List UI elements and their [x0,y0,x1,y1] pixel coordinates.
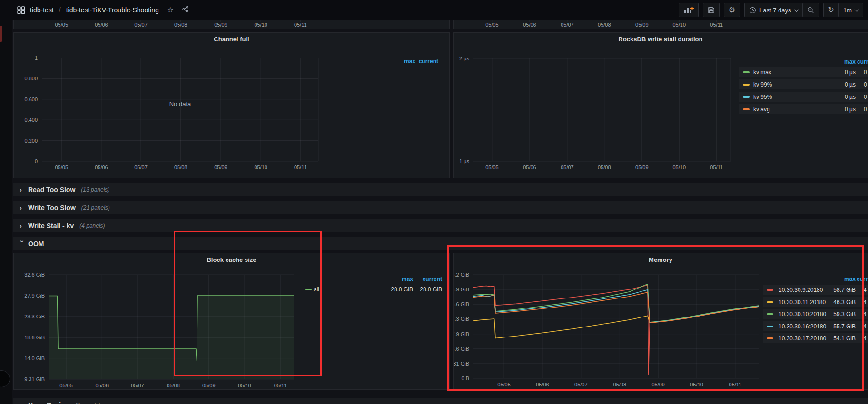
row-write-too-slow[interactable]: › Write Too Slow (21 panels) [13,201,868,214]
legend-series-name[interactable]: 10.30.30.17:20180 [779,335,826,342]
legend-header-max[interactable]: max [844,58,856,65]
y-axis-tick-label: 18.6 GiB [24,335,45,340]
panel-memory: Memory 65.2 GiB55.9 GiB46.6 GiB37.3 GiB2… [453,253,868,390]
panel-title[interactable]: Channel full [14,36,449,43]
x-axis-tick-label: 05/07 [561,164,574,170]
legend-current-value: 4 [863,335,867,342]
legend-max-value: 0 µs [845,94,856,100]
legend-header-max[interactable]: max [402,276,413,282]
x-axis-tick-label: 05/06 [95,164,108,170]
row-panel-count: (4 panels) [79,222,105,229]
panel-title[interactable]: Block cache size [14,256,449,263]
legend-current-value: 0 [864,106,867,113]
axis-tick-label: 05/09 [214,22,227,28]
clock-icon [749,7,756,14]
top-navbar: tidb-test / tidb-test-TiKV-Trouble-Shoot… [0,0,868,20]
row-huge-region[interactable]: › Huge Region (9 panels) [13,398,868,404]
dashboard-settings-button[interactable]: ⚙ [724,3,740,17]
x-axis-tick-label: 05/10 [672,164,686,170]
y-axis-tick-label: 9.31 GiB [24,376,45,382]
apps-grid-icon[interactable] [17,6,25,14]
legend-series-name[interactable]: kv 95% [753,94,772,100]
axis-tick-label: 05/11 [294,22,307,28]
y-axis-tick-label: 0 [35,158,38,164]
x-axis-tick-label: 05/09 [202,383,216,388]
legend-current-value: 0 [864,94,867,100]
row-title: OOM [28,240,44,248]
time-range-picker[interactable]: Last 7 days [744,3,803,17]
breadcrumb-folder[interactable]: tidb-test [30,6,54,14]
legend-header-current[interactable]: current [423,276,442,282]
legend-series-name[interactable]: kv 99% [753,81,772,88]
panel-cutoff-left: 05/0505/0605/0705/0805/0905/1005/11 [13,20,450,29]
legend-series-dash-icon [743,108,750,110]
y-axis-tick-label: 14.0 GiB [24,356,45,361]
series-line [473,284,759,322]
magnifier-minus-icon [807,7,814,14]
legend-current-value: 0 [864,81,867,88]
x-axis-tick-label: 05/11 [710,164,723,170]
y-axis-tick-label: 1 [35,55,38,61]
y-axis-tick-label: 9.31 GiB [454,361,469,366]
time-range-label: Last 7 days [760,7,791,14]
panel-title[interactable]: Memory [454,256,868,263]
x-axis-tick-label: 05/07 [574,382,588,387]
refresh-button[interactable]: ↻ [823,3,839,17]
x-axis-tick-label: 05/10 [238,383,251,388]
zoom-out-time-button[interactable] [803,3,819,17]
legend-series-dash-icon [743,96,750,98]
row-oom[interactable]: › OOM [13,237,868,250]
axis-tick-label: 05/05 [55,22,68,28]
legend-series-name[interactable]: all [314,286,319,293]
legend-header-max[interactable]: max [844,276,856,282]
axis-tick-label: 05/11 [710,22,723,28]
y-axis-tick-label: 65.2 GiB [454,272,469,278]
legend-series-name[interactable]: 10.30.30.16:20180 [779,323,826,330]
legend-header-current[interactable]: current [419,58,438,65]
row-panel-count: (9 panels) [75,402,100,404]
cutoff-axis-canvas: 05/0505/0605/0705/0805/0905/1005/11 [14,20,449,29]
y-axis-tick-label: 37.3 GiB [454,316,469,322]
legend-series-name[interactable]: 10.30.30.10:20180 [779,311,826,317]
y-axis-tick-label: 0.600 [24,96,38,102]
save-dashboard-button[interactable] [703,3,720,17]
x-axis-tick-label: 05/05 [59,383,73,388]
axis-tick-label: 05/06 [523,22,536,28]
refresh-icon: ↻ [828,6,834,14]
chevron-down-icon: › [19,240,27,248]
legend-header-current[interactable]: current [857,58,868,65]
legend-series-name[interactable]: 10.30.30.11:20180 [779,299,826,306]
y-axis-tick-label: 0.200 [24,138,38,144]
x-axis-tick-label: 05/08 [174,164,187,170]
chevron-down-icon [855,7,859,12]
x-axis-tick-label: 05/09 [635,164,649,170]
row-write-stall-kv[interactable]: › Write Stall - kv (4 panels) [13,219,868,232]
legend-current-value: 4 [863,287,867,293]
side-menu-strip [0,20,12,404]
legend-series-name[interactable]: 10.30.30.9:20180 [779,287,823,293]
row-title: Write Too Slow [28,204,76,212]
panel-channel-full: Channel full 10.8000.6000.4000.200005/05… [13,32,450,178]
legend-series-name[interactable]: kv max [753,69,771,76]
x-axis-tick-label: 05/05 [485,164,499,170]
star-icon[interactable]: ☆ [167,6,174,14]
legend-series-dash-icon [743,84,750,86]
x-axis-tick-label: 05/09 [651,382,665,387]
x-axis-tick-label: 05/11 [294,164,307,170]
legend-max-value: 54.1 GiB [833,335,856,342]
share-icon[interactable] [182,6,189,14]
legend-series-name[interactable]: kv avg [753,106,770,113]
x-axis-tick-label: 05/11 [729,382,742,387]
panel-title[interactable]: RocksDB write stall duration [454,36,868,43]
legend-header-current[interactable]: current [857,276,868,282]
add-panel-button[interactable] [679,3,699,17]
breadcrumb-dashboard-title[interactable]: tidb-test-TiKV-Trouble-Shooting [66,6,159,14]
legend-header-max[interactable]: max [404,58,415,65]
legend-current-value: 0 [864,69,867,76]
legend-series-dash-icon [743,71,750,73]
axis-tick-label: 05/06 [95,22,108,28]
legend-series-dash-icon [767,313,773,315]
row-read-too-slow[interactable]: › Read Too Slow (13 panels) [13,183,868,196]
refresh-interval-picker[interactable]: 1m [839,3,863,17]
axis-tick-label: 05/08 [174,22,187,28]
